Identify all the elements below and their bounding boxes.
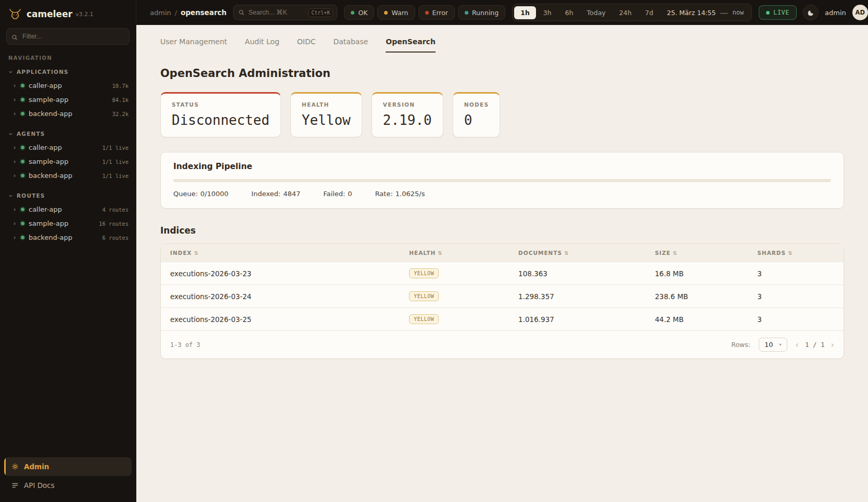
live-toggle[interactable]: LIVE bbox=[759, 5, 797, 20]
sidebar-item-label: backend-app bbox=[29, 234, 72, 241]
tab-opensearch[interactable]: OpenSearch bbox=[386, 37, 436, 53]
time-range-7d[interactable]: 7d bbox=[639, 6, 660, 19]
api-docs-label: API Docs bbox=[24, 481, 55, 490]
sidebar-item-backend-app-routes[interactable]: backend-app 6 routes bbox=[0, 230, 136, 244]
stat-cards: STATUS Disconnected HEALTH Yellow VERSIO… bbox=[160, 92, 844, 137]
status-dot bbox=[21, 84, 24, 87]
sidebar-filter bbox=[6, 28, 130, 45]
username-label: admin bbox=[825, 9, 846, 17]
main-column: admin / opensearch Ctrl+K OK Warn Error bbox=[136, 0, 868, 502]
pipeline-stat-failed: Failed: 0 bbox=[323, 190, 352, 198]
pipeline-stat-rate: Rate: 1.0625/s bbox=[375, 190, 425, 198]
sidebar-item-caller-app-routes[interactable]: caller-app 4 routes bbox=[0, 202, 136, 216]
sidebar-item-sample-app-routes[interactable]: sample-app 16 routes bbox=[0, 216, 136, 230]
search-input[interactable] bbox=[248, 9, 304, 16]
sidebar: cameleer v3.2.1 NAVIGATION APPLICATIONS … bbox=[0, 0, 136, 502]
global-search[interactable]: Ctrl+K bbox=[233, 5, 337, 20]
tab-database[interactable]: Database bbox=[333, 37, 368, 53]
range-end: now bbox=[732, 9, 744, 16]
sidebar-item-label: sample-app bbox=[29, 158, 68, 165]
indices-title: Indices bbox=[160, 225, 844, 236]
nav-group-routes: ROUTES caller-app 4 routes sample-app 16… bbox=[0, 190, 136, 244]
cell-size: 238.6 MB bbox=[646, 285, 748, 308]
tab-user-management[interactable]: User Management bbox=[160, 37, 227, 53]
sidebar-footer: Admin API Docs bbox=[0, 453, 136, 502]
stat-value: 2.19.0 bbox=[383, 112, 432, 128]
avatar[interactable]: AD bbox=[852, 5, 868, 20]
range-separator: — bbox=[720, 8, 728, 18]
count-badge: 84.1k bbox=[112, 97, 129, 103]
filter-running[interactable]: Running bbox=[458, 5, 505, 20]
sidebar-item-admin[interactable]: Admin bbox=[4, 457, 132, 476]
range-start: 25. März 14:55 bbox=[667, 9, 716, 17]
status-dot bbox=[21, 112, 24, 115]
breadcrumb-separator: / bbox=[175, 9, 177, 17]
theme-toggle[interactable] bbox=[803, 5, 819, 20]
table-row[interactable]: executions-2026-03-23 YELLOW 108.363 16.… bbox=[161, 262, 844, 285]
tab-oidc[interactable]: OIDC bbox=[297, 37, 316, 53]
column-header-shards[interactable]: SHARDS⇅ bbox=[748, 244, 844, 262]
cell-documents: 1.298.357 bbox=[509, 285, 645, 308]
table-row[interactable]: executions-2026-03-25 YELLOW 1.016.937 4… bbox=[161, 308, 844, 331]
rows-per-page-select[interactable]: 10 ▾ bbox=[759, 338, 787, 352]
sidebar-item-label: caller-app bbox=[29, 144, 62, 151]
chevron-right-icon bbox=[12, 112, 17, 116]
status-dot bbox=[21, 174, 24, 177]
stat-card-version: VERSION 2.19.0 bbox=[372, 92, 443, 137]
filter-error[interactable]: Error bbox=[418, 5, 455, 20]
time-range-6h[interactable]: 6h bbox=[559, 6, 580, 19]
count-badge: 32.2k bbox=[112, 111, 129, 117]
running-dot bbox=[465, 11, 468, 15]
chevron-right-icon bbox=[12, 160, 17, 164]
sidebar-item-backend-app-agent[interactable]: backend-app 1/1 live bbox=[0, 169, 136, 183]
column-header-index[interactable]: INDEX⇅ bbox=[161, 244, 400, 262]
stat-card-health: HEALTH Yellow bbox=[290, 92, 362, 137]
table-row[interactable]: executions-2026-03-24 YELLOW 1.298.357 2… bbox=[161, 285, 844, 308]
column-header-health[interactable]: HEALTH⇅ bbox=[400, 244, 509, 262]
column-header-size[interactable]: SIZE⇅ bbox=[646, 244, 748, 262]
health-badge: YELLOW bbox=[409, 268, 439, 278]
live-badge: 1/1 live bbox=[102, 159, 129, 165]
app-name: cameleer bbox=[27, 9, 72, 19]
status-filters: OK Warn Error Running bbox=[344, 5, 505, 20]
cell-shards: 3 bbox=[748, 308, 844, 331]
group-header-agents[interactable]: AGENTS bbox=[0, 128, 136, 140]
sidebar-item-backend-app[interactable]: backend-app 32.2k bbox=[0, 107, 136, 121]
sort-icon: ⇅ bbox=[673, 250, 678, 256]
next-page-button[interactable]: › bbox=[831, 340, 834, 350]
time-range-1h[interactable]: 1h bbox=[514, 6, 536, 19]
filter-ok[interactable]: OK bbox=[344, 5, 374, 20]
sort-icon: ⇅ bbox=[438, 250, 442, 256]
routes-badge: 6 routes bbox=[102, 235, 129, 241]
sidebar-item-caller-app[interactable]: caller-app 10.7k bbox=[0, 79, 136, 93]
stat-label: NODES bbox=[464, 101, 489, 108]
sidebar-item-api-docs[interactable]: API Docs bbox=[4, 476, 132, 495]
cell-health: YELLOW bbox=[400, 262, 509, 285]
tab-audit-log[interactable]: Audit Log bbox=[245, 37, 279, 53]
date-range-display[interactable]: 25. März 14:55 — now bbox=[660, 8, 750, 18]
sidebar-item-caller-app-agent[interactable]: caller-app 1/1 live bbox=[0, 140, 136, 155]
sidebar-item-sample-app-agent[interactable]: sample-app 1/1 live bbox=[0, 155, 136, 169]
filter-warn[interactable]: Warn bbox=[377, 5, 415, 20]
prev-page-button[interactable]: ‹ bbox=[796, 340, 799, 350]
chevron-right-icon bbox=[12, 222, 17, 226]
breadcrumb-parent[interactable]: admin bbox=[150, 9, 171, 17]
group-header-applications[interactable]: APPLICATIONS bbox=[0, 66, 136, 79]
time-range-3h[interactable]: 3h bbox=[537, 6, 558, 19]
group-header-routes[interactable]: ROUTES bbox=[0, 190, 136, 202]
sidebar-item-sample-app[interactable]: sample-app 84.1k bbox=[0, 93, 136, 107]
document-lines-icon bbox=[11, 482, 19, 489]
chevron-down-icon bbox=[8, 70, 13, 74]
routes-badge: 4 routes bbox=[102, 207, 129, 213]
chevron-down-icon: ▾ bbox=[780, 342, 782, 347]
time-range-24h[interactable]: 24h bbox=[613, 6, 638, 19]
filter-input[interactable] bbox=[6, 28, 130, 45]
cell-size: 16.8 MB bbox=[646, 262, 748, 285]
column-header-documents[interactable]: DOCUMENTS⇅ bbox=[509, 244, 645, 262]
row-range-label: 1-3 of 3 bbox=[170, 341, 200, 349]
stat-card-nodes: NODES 0 bbox=[453, 92, 501, 137]
time-range-today[interactable]: Today bbox=[581, 6, 612, 19]
status-dot bbox=[21, 208, 24, 211]
stat-label: VERSION bbox=[383, 101, 432, 108]
sort-icon: ⇅ bbox=[788, 250, 793, 256]
